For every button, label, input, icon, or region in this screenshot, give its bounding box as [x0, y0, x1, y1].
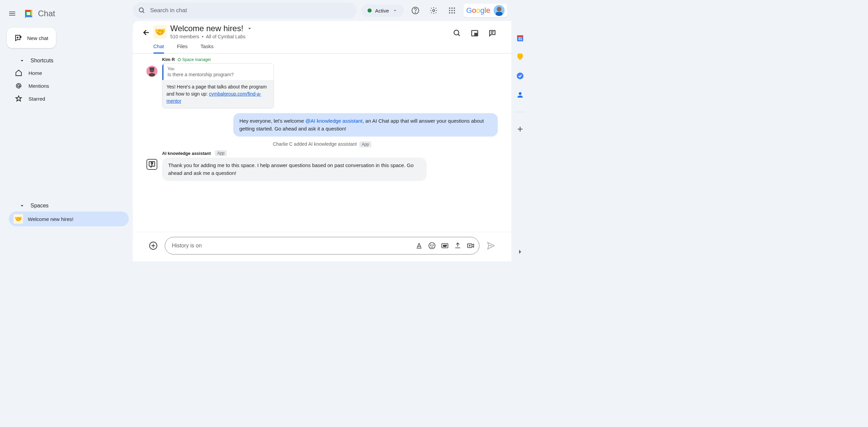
tab-chat[interactable]: Chat: [153, 43, 164, 53]
back-button[interactable]: [140, 26, 153, 39]
svg-point-12: [451, 7, 453, 9]
assistant-bubble: Thank you for adding me to this space. I…: [162, 158, 427, 181]
collapse-panel-button[interactable]: [516, 248, 524, 256]
nav-home-label: Home: [28, 70, 42, 76]
popout-button[interactable]: [468, 26, 481, 40]
space-title-dropdown[interactable]: Welcome new hires!: [170, 24, 450, 33]
avatar-icon: [494, 5, 505, 16]
plus-icon: [516, 125, 524, 133]
search-input[interactable]: [150, 7, 351, 14]
svg-point-10: [433, 9, 435, 12]
badge-label: Space manager: [182, 57, 211, 62]
new-chat-icon: [14, 34, 22, 42]
quote-text: Is there a mentorship program?: [167, 72, 270, 77]
compose-add-button[interactable]: [146, 239, 160, 252]
status-label: Active: [375, 8, 389, 14]
calendar-panel-button[interactable]: 31: [516, 34, 524, 42]
emoji-icon[interactable]: [428, 242, 436, 249]
message-header: Kim R Space manager: [162, 57, 498, 62]
message-content: AI knowledge assistant App Thank you for…: [162, 150, 498, 181]
svg-line-7: [143, 12, 144, 13]
quote-reply-box: You Is there a mentorship program? Yes! …: [162, 63, 274, 108]
divider: [516, 112, 524, 112]
svg-rect-26: [475, 33, 477, 36]
tasks-icon: [516, 72, 524, 80]
contacts-panel-button[interactable]: [516, 91, 524, 99]
google-logo: Google: [466, 6, 490, 15]
apps-grid-icon: [448, 6, 456, 15]
person-icon: [516, 91, 524, 99]
thread-summary-button[interactable]: [486, 26, 499, 40]
svg-point-17: [449, 12, 450, 14]
google-account[interactable]: Google: [463, 4, 507, 17]
space-avatar-icon: 🤝: [153, 25, 167, 39]
svg-point-15: [451, 10, 453, 11]
apps-button[interactable]: [445, 4, 459, 17]
nav-starred[interactable]: Starred: [0, 92, 133, 105]
space-title: Welcome new hires!: [170, 24, 243, 33]
space-item-welcome[interactable]: 🤝 Welcome new hires!: [9, 211, 129, 226]
svg-text:GIF: GIF: [443, 245, 447, 247]
space-sub: 510 members • All of Cymbal Labs: [170, 34, 450, 39]
svg-point-5: [18, 85, 20, 87]
compose-area: GIF: [133, 232, 511, 261]
shortcuts-section: Shortcuts Home Mentions Starred: [0, 55, 133, 105]
chat-logo[interactable]: Chat: [23, 7, 55, 20]
star-icon: [15, 95, 22, 102]
svg-point-23: [454, 30, 459, 35]
message-author: AI knowledge assistant: [162, 151, 211, 156]
compose-box[interactable]: GIF: [165, 237, 479, 255]
svg-line-24: [458, 34, 460, 36]
svg-point-19: [454, 12, 455, 14]
app-badge: App: [215, 150, 227, 156]
send-button[interactable]: [484, 239, 498, 252]
spaces-header[interactable]: Spaces: [0, 200, 133, 211]
settings-button[interactable]: [427, 4, 440, 17]
own-message: Hey everyone, let's welcome @AI knowledg…: [146, 113, 498, 137]
new-chat-label: New chat: [27, 35, 48, 41]
tasks-panel-button[interactable]: [516, 72, 524, 80]
help-button[interactable]: [409, 4, 422, 17]
space-search-button[interactable]: [450, 26, 464, 40]
chat-logo-icon: [23, 7, 35, 20]
new-chat-button[interactable]: New chat: [7, 28, 56, 48]
format-text-icon[interactable]: [415, 242, 423, 249]
compose-input[interactable]: [172, 243, 415, 249]
status-chip[interactable]: Active: [361, 4, 404, 17]
keep-panel-button[interactable]: [516, 53, 524, 61]
quoted-message: You Is there a mentorship program?: [162, 64, 274, 80]
system-message: Charlie C added AI knowledge assistant A…: [146, 141, 498, 147]
svg-point-11: [449, 7, 450, 9]
svg-rect-32: [149, 73, 155, 77]
reply-text: Yes! Here's a page that talks about the …: [162, 80, 274, 108]
nav-mentions[interactable]: Mentions: [0, 79, 133, 92]
plus-circle-icon: [149, 241, 158, 250]
svg-point-54: [519, 92, 521, 95]
nav-home[interactable]: Home: [0, 66, 133, 79]
nav-mentions-label: Mentions: [28, 83, 49, 89]
chat-icon: [488, 29, 496, 37]
caret-down-icon: [19, 203, 25, 209]
space-emoji-icon: 🤝: [14, 214, 23, 224]
search-bar[interactable]: [133, 2, 357, 19]
tab-files[interactable]: Files: [177, 43, 188, 53]
gif-icon[interactable]: GIF: [441, 242, 449, 249]
left-sidebar: Chat New chat Shortcuts Home Mentions St…: [0, 0, 133, 261]
get-addons-button[interactable]: [516, 125, 524, 133]
video-call-icon[interactable]: [467, 242, 474, 249]
space-tabs: Chat Files Tasks: [133, 40, 511, 54]
calendar-icon: 31: [516, 34, 524, 42]
shortcuts-header[interactable]: Shortcuts: [0, 55, 133, 66]
svg-text:?: ?: [151, 162, 153, 166]
chevron-right-icon: [516, 248, 524, 256]
menu-button[interactable]: [5, 7, 19, 20]
svg-point-6: [139, 8, 143, 12]
tab-tasks[interactable]: Tasks: [200, 43, 213, 53]
svg-point-16: [454, 10, 455, 11]
upload-icon[interactable]: [454, 242, 461, 249]
svg-rect-31: [150, 67, 154, 69]
nav-starred-label: Starred: [28, 96, 45, 102]
svg-text:31: 31: [518, 37, 522, 41]
mention-assistant[interactable]: @AI knowledge assistant: [305, 118, 363, 124]
diamond-icon: [178, 58, 181, 61]
